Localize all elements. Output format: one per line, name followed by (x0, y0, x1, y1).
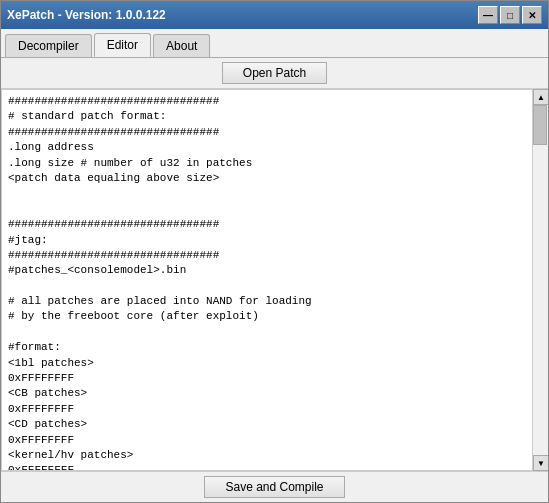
bottom-bar: Save and Compile (1, 471, 548, 502)
scroll-up-arrow[interactable]: ▲ (533, 89, 548, 105)
scroll-track[interactable] (533, 105, 548, 455)
minimize-button[interactable]: — (478, 6, 498, 24)
window-title: XePatch - Version: 1.0.0.122 (7, 8, 166, 22)
tab-editor[interactable]: Editor (94, 33, 151, 57)
title-bar: XePatch - Version: 1.0.0.122 — □ ✕ (1, 1, 548, 29)
scroll-down-arrow[interactable]: ▼ (533, 455, 548, 471)
tab-decompiler[interactable]: Decompiler (5, 34, 92, 57)
editor-content[interactable]: ################################ # stand… (1, 89, 532, 471)
window-controls: — □ ✕ (478, 6, 542, 24)
tab-about[interactable]: About (153, 34, 210, 57)
editor-area: ################################ # stand… (1, 89, 548, 471)
close-button[interactable]: ✕ (522, 6, 542, 24)
toolbar: Open Patch (1, 58, 548, 89)
scroll-thumb[interactable] (533, 105, 547, 145)
save-compile-button[interactable]: Save and Compile (204, 476, 344, 498)
scrollbar[interactable]: ▲ ▼ (532, 89, 548, 471)
tab-bar: Decompiler Editor About (1, 29, 548, 58)
main-window: XePatch - Version: 1.0.0.122 — □ ✕ Decom… (0, 0, 549, 503)
open-patch-button[interactable]: Open Patch (222, 62, 327, 84)
maximize-button[interactable]: □ (500, 6, 520, 24)
